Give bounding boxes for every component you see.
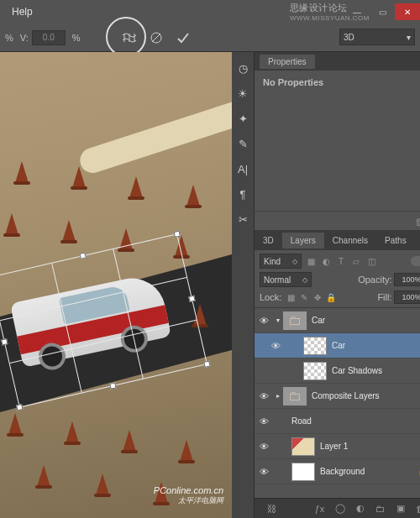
tab-paths[interactable]: Paths: [376, 233, 415, 249]
fx-icon[interactable]: ƒx: [313, 502, 327, 515]
lock-pixels-icon[interactable]: ✎: [298, 291, 310, 303]
visibility-icon[interactable]: 👁: [266, 341, 285, 351]
cone-icon: [96, 474, 109, 495]
cone-icon: [66, 421, 79, 443]
cone-icon: [8, 413, 22, 435]
cone-icon: [175, 235, 188, 257]
v-label: V:: [20, 33, 29, 43]
filter-adjust-icon[interactable]: ◐: [320, 255, 332, 267]
opacity-label: Opacity:: [358, 275, 391, 285]
tab-layers[interactable]: Layers: [282, 233, 324, 249]
lock-transparent-icon[interactable]: ▦: [285, 291, 297, 303]
blend-mode-select[interactable]: Normal◇: [260, 272, 312, 287]
layer-group-car[interactable]: 👁 ▾ 🗀 Car: [255, 308, 420, 333]
layer-car-shadows[interactable]: Car Shadows: [255, 358, 420, 384]
restore-button[interactable]: ▭: [370, 3, 395, 20]
layer-options: Kind◇ ▦ ◐ T ▱ ◫ Normal◇ Opacity: 100% ▾ …: [255, 250, 420, 308]
visibility-icon[interactable]: 👁: [255, 467, 273, 477]
link-layers-icon[interactable]: ⛓: [265, 502, 278, 515]
history-icon[interactable]: ◷: [235, 60, 250, 76]
options-pct2: %: [72, 33, 81, 43]
cone-icon: [193, 304, 207, 326]
layer-road[interactable]: 👁 Road: [255, 409, 420, 434]
paragraph-icon[interactable]: ¶: [235, 186, 250, 201]
cone-icon: [37, 465, 50, 487]
group-icon[interactable]: 🗀: [374, 502, 387, 515]
fill-input[interactable]: 100%: [394, 290, 421, 304]
cone-icon: [123, 430, 136, 452]
visibility-icon[interactable]: 👁: [255, 416, 273, 426]
layer-car[interactable]: 👁 Car: [255, 333, 420, 358]
tab-properties[interactable]: Properties: [260, 55, 315, 69]
menu-bar: Help — ▭ ✕: [0, 0, 420, 24]
warp-mode-icon[interactable]: [119, 28, 139, 48]
cone-icon: [186, 185, 200, 207]
minimize-button[interactable]: —: [344, 3, 370, 20]
filter-toggle[interactable]: [411, 256, 421, 266]
adjustments-icon[interactable]: ☀: [235, 86, 250, 101]
cone-icon: [180, 440, 193, 462]
panel-dock-strip: ◷ ☀ ✦ ✎ A| ¶ ✂: [232, 52, 254, 518]
cone-icon: [15, 161, 29, 183]
styles-icon[interactable]: ✦: [235, 111, 250, 126]
commit-transform-icon[interactable]: [173, 28, 193, 48]
properties-menu-icon[interactable]: ▾≡: [415, 57, 420, 66]
filter-kind-select[interactable]: Kind◇: [260, 254, 302, 269]
filter-smart-icon[interactable]: ◫: [365, 255, 377, 267]
visibility-icon[interactable]: 👁: [255, 391, 273, 401]
adjustment-layer-icon[interactable]: ◐: [354, 502, 367, 515]
svg-line-1: [152, 34, 160, 42]
layer-thumb: [291, 463, 315, 481]
lock-icon: 🔒: [417, 466, 421, 477]
filter-pixel-icon[interactable]: ▦: [305, 255, 317, 267]
trash-icon[interactable]: 🗑: [415, 217, 421, 227]
fill-label: Fill:: [377, 292, 391, 302]
cone-icon: [129, 176, 143, 198]
cone-icon: [119, 228, 133, 250]
cone-icon: [62, 220, 76, 242]
cancel-transform-icon[interactable]: [146, 28, 166, 48]
folder-icon: 🗀: [283, 311, 307, 330]
lock-all-icon[interactable]: 🔒: [325, 291, 337, 303]
v-input[interactable]: 0.0: [32, 30, 66, 45]
layer-group-composite[interactable]: 👁 ▸ 🗀 Composite Layers: [255, 384, 420, 409]
cone-icon: [5, 213, 18, 235]
layer-thumb: [303, 362, 327, 380]
workspace-select[interactable]: 3D▾: [339, 29, 415, 45]
layers-tabs: 3D Layers Channels Paths ▾≡: [255, 230, 420, 250]
folder-icon: 🗀: [283, 387, 307, 406]
disclose-icon[interactable]: ▸: [273, 392, 283, 400]
character-icon[interactable]: A|: [235, 161, 250, 176]
layers-footer: ⛓ ƒx ◯ ◐ 🗀 ▣ 🗑: [255, 498, 420, 518]
properties-panel: No Properties 🗑: [255, 71, 420, 230]
window-controls: — ▭ ✕: [344, 3, 420, 20]
lock-label: Lock:: [260, 292, 281, 302]
menu-help[interactable]: Help: [5, 3, 39, 21]
visibility-icon[interactable]: 👁: [255, 316, 273, 326]
filter-type-icon[interactable]: T: [335, 255, 347, 267]
cone-icon: [155, 482, 168, 504]
lock-position-icon[interactable]: ✥: [312, 291, 323, 303]
layers-menu-icon[interactable]: ▾≡: [415, 236, 420, 245]
tab-3d[interactable]: 3D: [255, 233, 282, 249]
tab-channels[interactable]: Channels: [324, 233, 376, 249]
filter-shape-icon[interactable]: ▱: [350, 255, 362, 267]
tool-presets-icon[interactable]: ✂: [235, 212, 250, 227]
cone-icon: [72, 166, 86, 188]
layer-thumb: [291, 437, 315, 456]
delete-layer-icon[interactable]: 🗑: [414, 502, 421, 515]
disclose-icon[interactable]: ▾: [273, 317, 283, 324]
properties-empty-text: No Properties: [263, 77, 420, 87]
brush-icon[interactable]: ✎: [235, 136, 250, 151]
canvas[interactable]: PConline.com.cn 太平洋电脑网: [0, 52, 232, 518]
mask-icon[interactable]: ◯: [333, 502, 347, 515]
options-pct: %: [5, 33, 13, 43]
visibility-icon[interactable]: 👁: [255, 442, 273, 452]
layer-list: 👁 ▾ 🗀 Car 👁 Car Car Shadows 👁 ▸ 🗀: [255, 308, 420, 498]
new-layer-icon[interactable]: ▣: [394, 502, 407, 515]
layer-layer1[interactable]: 👁 Layer 1: [255, 434, 420, 459]
layer-background[interactable]: 👁 Background 🔒: [255, 459, 420, 484]
opacity-input[interactable]: 100%: [394, 273, 421, 286]
properties-tabs: Properties ▾≡: [255, 52, 420, 71]
close-button[interactable]: ✕: [395, 3, 420, 20]
